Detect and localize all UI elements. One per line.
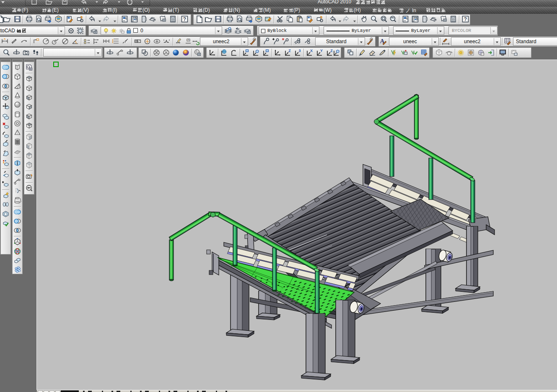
svg-text:A: A — [188, 39, 189, 41]
svg-text:Y: Y — [320, 49, 323, 53]
svg-text:?: ? — [464, 16, 467, 22]
svg-text:3: 3 — [298, 49, 301, 53]
svg-text:X: X — [310, 49, 313, 53]
svg-text:Z: Z — [288, 49, 291, 53]
svg-text:?: ? — [183, 16, 186, 22]
